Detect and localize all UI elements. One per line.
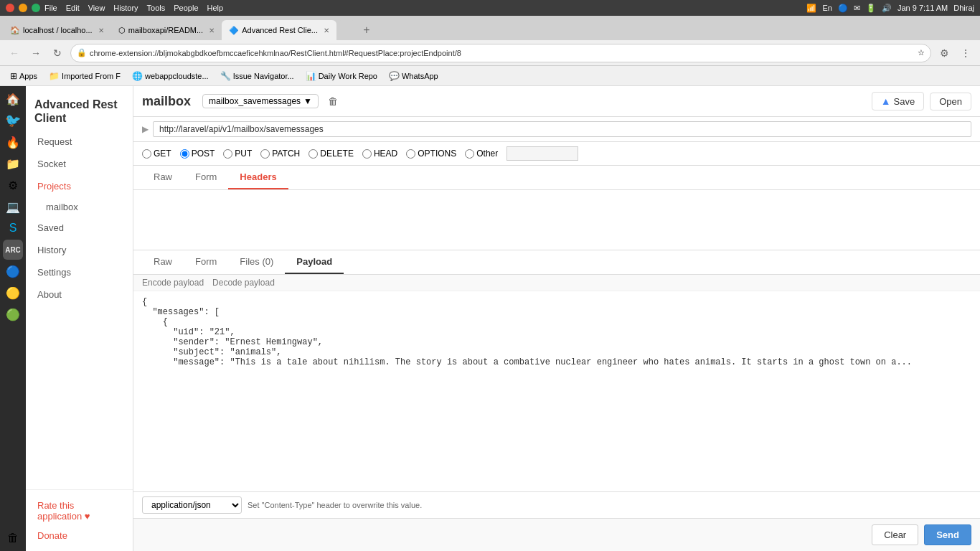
dock-rest-client[interactable]: ARC [3, 240, 23, 260]
headers-textarea[interactable] [133, 190, 980, 248]
sidebar-item-settings[interactable]: Settings [26, 261, 133, 283]
address-bar[interactable]: 🔒 chrome-extension://bljmokabgbdkoefbmcc… [70, 44, 931, 62]
dock-home[interactable]: 🏠 [3, 89, 23, 109]
bookmark-dailywork[interactable]: 📊 Daily Work Repo [301, 70, 382, 83]
menu-people[interactable]: People [174, 4, 198, 12]
tab-4[interactable] [336, 20, 357, 40]
tab2-label: mailboxapi/READM... [128, 26, 204, 34]
browser-content: 🏠 🐦 🔥 📁 ⚙ 💻 S ARC 🔵 🟡 🟢 🗑 Advanced Rest … [0, 86, 980, 551]
method-get-radio[interactable] [142, 149, 151, 159]
bookmark-whatsapp[interactable]: 💬 WhatsApp [385, 70, 443, 83]
method-get[interactable]: GET [142, 149, 171, 159]
method-delete[interactable]: DELETE [308, 149, 354, 159]
window-max-btn[interactable] [32, 4, 40, 12]
body-tabs: Raw Form Files (0) Payload [133, 250, 980, 275]
bookmark-webappcloud[interactable]: 🌐 webappcloudste... [128, 70, 213, 83]
payload-textarea[interactable] [133, 291, 980, 377]
method-put[interactable]: PUT [223, 149, 252, 159]
more-button[interactable]: ⋮ [957, 44, 974, 62]
open-button[interactable]: Open [930, 93, 971, 110]
body-tab-payload[interactable]: Payload [285, 250, 344, 274]
dock-bottom[interactable]: 🗑 [3, 528, 23, 548]
tab-2[interactable]: ⬡ mailboxapi/READM... ✕ [111, 20, 222, 40]
menu-file[interactable]: File [44, 4, 57, 12]
sidebar-item-history[interactable]: History [26, 239, 133, 261]
rate-link[interactable]: Rate this application ♥ [26, 496, 133, 526]
dock-files[interactable]: 📁 [3, 154, 23, 174]
settings-button[interactable]: ⚙ [936, 44, 953, 62]
dock-misc3[interactable]: 🟢 [3, 304, 23, 324]
menu-edit[interactable]: Edit [66, 4, 80, 12]
method-head[interactable]: HEAD [362, 149, 397, 159]
dock-terminal[interactable]: 💻 [3, 197, 23, 217]
delete-endpoint-button[interactable]: 🗑 [324, 93, 341, 110]
method-patch-radio[interactable] [260, 149, 270, 159]
dock-misc2[interactable]: 🟡 [3, 283, 23, 303]
method-post[interactable]: POST [180, 149, 215, 159]
body-tab-raw[interactable]: Raw [142, 250, 184, 274]
bluetooth-indicator: 🔵 [838, 4, 848, 13]
clock: Jan 9 7:11 AM [897, 4, 948, 12]
clear-button[interactable]: Clear [872, 524, 918, 545]
bookmark-issue[interactable]: 🔧 Issue Navigator... [216, 70, 298, 83]
new-tab-button[interactable]: + [357, 20, 377, 40]
method-delete-radio[interactable] [308, 149, 318, 159]
method-options[interactable]: OPTIONS [406, 149, 456, 159]
method-other-radio[interactable] [465, 149, 474, 159]
method-get-label: GET [154, 149, 171, 159]
method-patch[interactable]: PATCH [260, 149, 300, 159]
tab3-close[interactable]: ✕ [324, 27, 329, 34]
sidebar-item-about[interactable]: About [26, 283, 133, 306]
menu-tools[interactable]: Tools [147, 4, 166, 12]
menu-help[interactable]: Help [207, 4, 224, 12]
method-post-radio[interactable] [180, 149, 189, 159]
chart-icon: 📊 [306, 71, 316, 81]
save-button[interactable]: ▲ Save [872, 92, 925, 110]
tab-headers[interactable]: Headers [228, 166, 288, 189]
body-tab-files[interactable]: Files (0) [228, 250, 285, 274]
dock-misc1[interactable]: 🔵 [3, 261, 23, 281]
reload-button[interactable]: ↻ [49, 44, 66, 62]
send-button[interactable]: Send [924, 524, 971, 545]
sidebar-item-socket[interactable]: Socket [26, 153, 133, 175]
battery-indicator: 🔋 [866, 4, 876, 13]
back-button[interactable]: ← [6, 44, 23, 62]
tab-3[interactable]: 🔷 Advanced Rest Clie... ✕ [222, 20, 336, 40]
method-head-radio[interactable] [362, 149, 372, 159]
bookmark-imported[interactable]: 📁 Imported From F [44, 70, 125, 83]
decode-payload-button[interactable]: Decode payload [212, 278, 275, 288]
bookmark-star-icon[interactable]: ☆ [918, 48, 925, 57]
sidebar-item-projects[interactable]: Projects [26, 175, 133, 197]
bookmark-apps[interactable]: ⊞ Apps [6, 70, 42, 83]
donate-link[interactable]: Donate [26, 526, 133, 545]
collapse-arrow-icon[interactable]: ▶ [142, 124, 149, 134]
sidebar-item-mailbox[interactable]: mailbox [26, 197, 133, 217]
body-tab-form[interactable]: Form [184, 250, 228, 274]
content-type-select[interactable]: application/json text/plain application/… [142, 496, 242, 514]
dock-firefox[interactable]: 🔥 [3, 132, 23, 152]
sidebar-item-saved[interactable]: Saved [26, 217, 133, 239]
dock-thunderbird[interactable]: 🐦 [3, 110, 23, 131]
menu-history[interactable]: History [113, 4, 138, 12]
tab2-close[interactable]: ✕ [209, 27, 215, 34]
forward-button[interactable]: → [27, 44, 44, 62]
method-put-radio[interactable] [223, 149, 232, 159]
dock-settings[interactable]: ⚙ [3, 175, 23, 195]
method-patch-label: PATCH [272, 149, 300, 159]
dock-skype[interactable]: S [3, 218, 23, 238]
sidebar-item-request[interactable]: Request [26, 131, 133, 153]
endpoint-select[interactable]: mailbox_savemessages ▼ [202, 94, 319, 108]
encode-payload-button[interactable]: Encode payload [142, 278, 204, 288]
menu-view[interactable]: View [88, 4, 105, 12]
tab1-close[interactable]: ✕ [98, 27, 104, 34]
method-other[interactable]: Other [465, 149, 498, 159]
window-close-btn[interactable] [6, 4, 14, 12]
url-input[interactable] [153, 121, 971, 137]
browser-toolbar: ← → ↻ 🔒 chrome-extension://bljmokabgbdko… [0, 40, 980, 66]
method-other-input[interactable] [507, 146, 578, 161]
window-min-btn[interactable] [19, 4, 27, 12]
tab-form[interactable]: Form [184, 166, 228, 189]
method-options-radio[interactable] [406, 149, 415, 159]
tab-1[interactable]: 🏠 localhost / localho... ✕ [3, 20, 111, 40]
tab-raw[interactable]: Raw [142, 166, 184, 189]
